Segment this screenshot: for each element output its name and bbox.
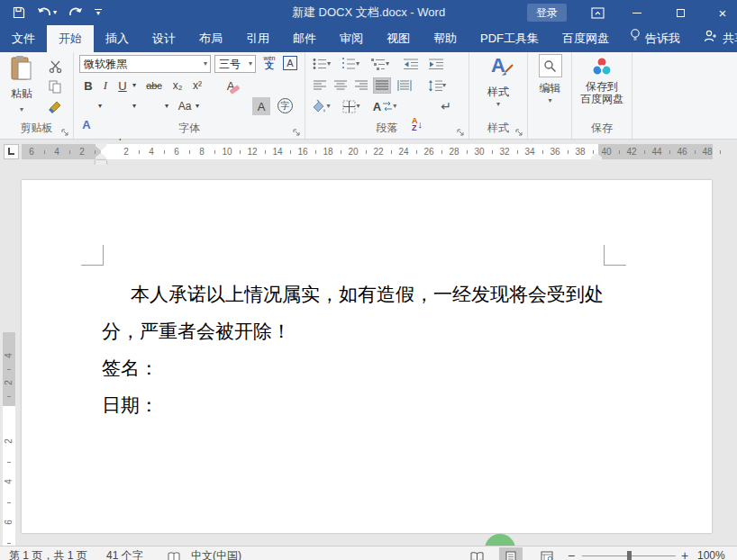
cut-icon[interactable]	[45, 58, 65, 76]
ruler-number: 2	[3, 380, 15, 385]
ruler-number: 46	[677, 144, 687, 159]
paste-dropdown-icon[interactable]: ▾	[20, 105, 23, 113]
enclose-characters-button[interactable]: 字	[278, 98, 293, 113]
bold-button[interactable]: B	[81, 77, 96, 95]
proofing-icon[interactable]	[168, 550, 180, 560]
save-to-baidu-button[interactable]: 保存到 百度网盘	[574, 54, 630, 105]
vertical-ruler[interactable]: 422468101214	[3, 332, 15, 560]
ribbon-display-options-icon[interactable]	[584, 0, 611, 25]
share-button[interactable]: 共享	[689, 25, 737, 52]
web-layout-icon[interactable]	[535, 547, 559, 560]
maximize-button[interactable]	[667, 0, 694, 25]
tab-layout[interactable]: 布局	[187, 25, 234, 52]
font-name-dropdown-icon[interactable]: ▾	[204, 61, 210, 67]
tab-baidu-netdisk[interactable]: 百度网盘	[550, 25, 621, 52]
line-spacing-button[interactable]: ▾	[424, 77, 450, 94]
underline-button[interactable]: U	[115, 77, 130, 95]
align-center-icon[interactable]	[332, 77, 350, 94]
clipboard-dialog-launcher-icon[interactable]	[61, 127, 69, 135]
tab-stop-selector[interactable]	[4, 144, 19, 159]
phonetic-guide-icon[interactable]: wén 文	[259, 55, 279, 73]
paragraph-group: ▾ ▾ ▾ ▾	[305, 52, 469, 139]
borders-button[interactable]: ▾	[340, 97, 363, 115]
ruler-number: 36	[550, 144, 560, 159]
align-right-icon[interactable]	[352, 77, 370, 94]
zoom-slider-handle[interactable]	[627, 551, 632, 560]
zoom-in-button[interactable]: +	[681, 546, 688, 560]
shading-button[interactable]: ▾	[309, 97, 332, 115]
tab-insert[interactable]: 插入	[94, 25, 141, 52]
font-group-label: 字体	[74, 121, 305, 136]
font-color-dropdown-icon[interactable]: ▾	[162, 97, 171, 115]
tab-mailings[interactable]: 邮件	[281, 25, 328, 52]
close-button[interactable]: ×	[709, 0, 736, 25]
tab-tell-me[interactable]: 告诉我	[621, 25, 689, 52]
paste-button[interactable]: 粘贴 ▾	[5, 55, 39, 120]
clear-formatting-button[interactable]: A	[220, 77, 241, 95]
word-count[interactable]: 41 个字	[106, 546, 143, 560]
copy-icon[interactable]	[45, 77, 65, 95]
font-size-combo[interactable]: 三号 ▾	[214, 55, 256, 73]
tab-review[interactable]: 审阅	[328, 25, 375, 52]
horizontal-ruler[interactable]: 6422468101214161820222426283032343638404…	[22, 144, 713, 159]
minimize-button[interactable]	[623, 0, 651, 25]
increase-indent-icon[interactable]	[426, 56, 446, 72]
zoom-percentage[interactable]: 100%	[697, 546, 725, 560]
bullets-button[interactable]: ▾	[311, 56, 332, 72]
styles-button[interactable]: A 样式 ▾	[473, 54, 523, 107]
align-left-icon[interactable]	[311, 77, 329, 94]
ruler-tick	[69, 150, 70, 154]
page-indicator[interactable]: 第 1 页，共 1 页	[9, 546, 87, 560]
multilevel-list-button[interactable]: ▾	[368, 56, 392, 72]
show-hide-marks-button[interactable]: ↵	[437, 97, 455, 115]
ruler-tick	[619, 150, 620, 154]
ruler-tick	[593, 150, 594, 154]
editing-dropdown-icon[interactable]: ▾	[532, 98, 568, 104]
character-shading-button[interactable]: A	[252, 97, 270, 115]
ruler-number: 2	[79, 144, 85, 159]
italic-button[interactable]: I	[99, 77, 112, 95]
strikethrough-button[interactable]: abc	[142, 77, 166, 95]
font-size-dropdown-icon[interactable]: ▾	[249, 61, 255, 67]
subscript-button[interactable]: x₂	[169, 77, 186, 95]
change-case-button[interactable]: Aa	[175, 97, 195, 115]
font-dialog-launcher-icon[interactable]	[293, 127, 301, 135]
ruler-number: 34	[524, 144, 534, 159]
justify-button[interactable]	[373, 77, 391, 94]
styles-dialog-launcher-icon[interactable]	[515, 127, 523, 135]
format-painter-icon[interactable]	[45, 97, 65, 115]
save-baidu-label-1: 保存到	[574, 80, 630, 93]
asian-layout-button[interactable]: A ▾	[372, 97, 397, 115]
styles-dropdown-icon[interactable]: ▾	[473, 102, 523, 107]
underline-dropdown-icon[interactable]: ▾	[130, 77, 139, 95]
character-border-icon[interactable]: A	[283, 56, 297, 70]
highlight-dropdown-icon[interactable]: ▾	[130, 97, 139, 115]
tab-help[interactable]: 帮助	[422, 25, 469, 52]
decrease-indent-icon[interactable]	[401, 56, 421, 72]
tab-design[interactable]: 设计	[141, 25, 187, 52]
language-indicator[interactable]: 中文(中国)	[191, 546, 241, 560]
numbering-button[interactable]: ▾	[340, 56, 361, 72]
change-case-dropdown-icon[interactable]: ▾	[193, 97, 202, 115]
text-effects-dropdown-icon[interactable]: ▾	[96, 97, 105, 115]
font-name-combo[interactable]: 微软雅黑 ▾	[79, 55, 211, 73]
document-workspace: 422468101214 本人承诺以上情况属实，如有造假，一经发现将会受到处 分…	[0, 165, 737, 546]
read-mode-icon[interactable]	[465, 547, 488, 560]
paragraph-dialog-launcher-icon[interactable]	[457, 127, 465, 135]
tab-file[interactable]: 文件	[0, 25, 47, 52]
tab-home[interactable]: 开始	[47, 25, 94, 52]
distributed-icon[interactable]	[395, 77, 414, 94]
tab-view[interactable]: 视图	[375, 25, 422, 52]
font-group: 微软雅黑 ▾ 三号 ▾ wén 文 A B I U ▾ abc x₂ x² A …	[74, 52, 305, 139]
ruler-number: 4	[149, 144, 154, 159]
clipboard-icon	[10, 55, 33, 82]
document-page[interactable]: 本人承诺以上情况属实，如有造假，一经发现将会受到处 分，严重者会被开除！ 签名：…	[22, 180, 712, 533]
tab-references[interactable]: 引用	[234, 25, 281, 52]
ruler-number: 32	[499, 144, 509, 159]
sign-in-button[interactable]: 登录	[527, 4, 567, 22]
zoom-out-button[interactable]: −	[568, 546, 575, 560]
superscript-button[interactable]: x²	[189, 77, 205, 95]
print-layout-icon[interactable]	[499, 547, 523, 560]
tab-pdf-tools[interactable]: PDF工具集	[469, 25, 550, 52]
editing-button[interactable]: 编辑 ▾	[532, 54, 568, 104]
